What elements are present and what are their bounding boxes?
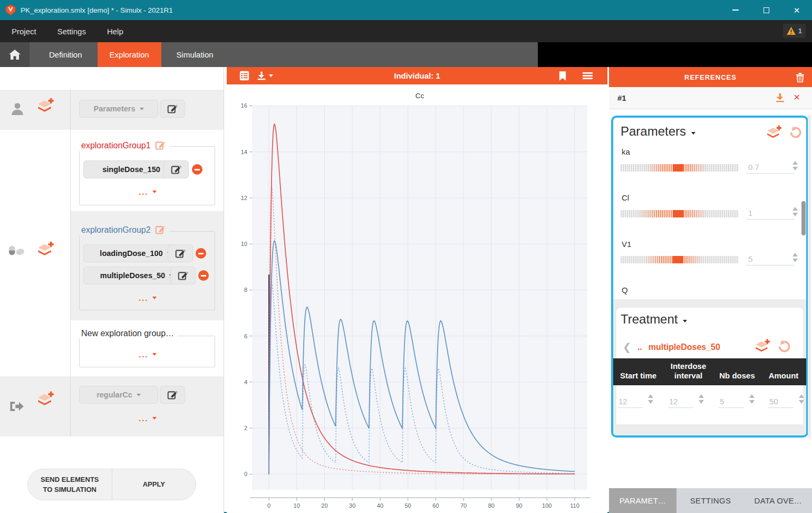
spinner-down-icon[interactable]: [792, 259, 798, 262]
param-value-v1[interactable]: 5: [746, 254, 795, 265]
spinner-up-icon[interactable]: [792, 161, 798, 165]
spinner-down-icon[interactable]: [792, 167, 798, 170]
spinner-up-icon[interactable]: [792, 207, 798, 211]
spinner-up-icon[interactable]: [749, 394, 755, 398]
trash-icon[interactable]: [796, 72, 805, 82]
remove-group2-dose2-button[interactable]: [198, 270, 209, 281]
minimize-button[interactable]: [720, 0, 751, 20]
references-panel: REFERENCES #1 ✕ Parameters ka 0.7 Cl 1: [609, 67, 812, 513]
start-time-input[interactable]: 12: [617, 396, 643, 408]
edit-group1-dose-button[interactable]: [163, 160, 189, 178]
new-group-header[interactable]: New exploration group…: [79, 329, 177, 338]
param-spinner-ka: [792, 161, 798, 170]
add-treatment-element-icon[interactable]: [755, 339, 771, 355]
tab-simulation[interactable]: Simulation: [165, 42, 226, 67]
chart-export-button[interactable]: [257, 67, 273, 84]
menu-settings[interactable]: Settings: [57, 27, 86, 36]
treatment-selector-row: ❮ .. multipleDoses_50: [623, 341, 720, 353]
rename-group1-icon[interactable]: [155, 140, 166, 151]
home-button[interactable]: [0, 42, 30, 67]
param-spinner-v1: [792, 253, 798, 262]
amount-input[interactable]: 50: [768, 396, 794, 408]
chevron-left-icon[interactable]: ❮: [623, 341, 631, 353]
tab-parameters[interactable]: PARAMET…: [609, 488, 676, 513]
group2-more-button[interactable]: ...: [139, 293, 157, 302]
param-slider-v1[interactable]: [621, 256, 739, 263]
output-more-button[interactable]: ...: [139, 414, 157, 423]
spinner-up-icon[interactable]: [792, 253, 798, 256]
param-value-ka[interactable]: 0.7: [746, 162, 795, 174]
send-elements-line1: SEND ELEMENTS: [41, 474, 99, 485]
spinner-down-icon[interactable]: [792, 213, 798, 216]
spinner-up-icon[interactable]: [648, 394, 653, 398]
chart-list-button[interactable]: [239, 67, 249, 84]
svg-text:8: 8: [244, 287, 247, 293]
edit-group2-dose2-button[interactable]: [170, 267, 196, 284]
parameters-section-header[interactable]: Parameters: [621, 124, 695, 139]
add-treatment-element-icon[interactable]: [37, 241, 55, 259]
col-amount: Amount: [761, 371, 806, 381]
slider-handle-ka[interactable]: [673, 164, 683, 172]
nb-doses-input[interactable]: 5: [719, 396, 744, 408]
spinner-up-icon[interactable]: [699, 394, 704, 398]
references-header: REFERENCES: [609, 67, 812, 87]
slider-handle-v1[interactable]: [673, 256, 683, 263]
svg-text:0: 0: [267, 502, 270, 509]
edit-group2-dose1-button[interactable]: [168, 244, 193, 262]
exploration-sidebar: Parameters explorationGroup1 singleDose_…: [0, 67, 224, 513]
spinner-down-icon[interactable]: [648, 400, 653, 404]
reset-parameters-icon[interactable]: [788, 126, 802, 139]
remove-group2-dose1-button[interactable]: [196, 248, 206, 259]
spinner-down-icon[interactable]: [799, 400, 804, 404]
tab-settings[interactable]: SETTINGS: [676, 488, 744, 513]
tab-definition[interactable]: Definition: [37, 42, 94, 67]
interdose-interval-input[interactable]: 12: [668, 396, 693, 408]
param-slider-ka[interactable]: [621, 164, 739, 172]
output-more-label: ...: [139, 414, 149, 423]
nav-filler: [538, 42, 812, 67]
spinner-down-icon[interactable]: [699, 400, 704, 404]
close-button[interactable]: ✕: [781, 0, 812, 20]
remove-group1-dose-button[interactable]: [192, 164, 202, 175]
treatment-section-header[interactable]: Treatment: [621, 312, 687, 327]
edit-parameters-button[interactable]: [160, 100, 185, 118]
tab-data-overview[interactable]: DATA OVE…: [745, 488, 812, 513]
chevron-down-icon: [152, 353, 157, 356]
svg-text:6: 6: [244, 333, 247, 339]
panel-scrollbar-track[interactable]: [808, 115, 811, 438]
warning-icon: [787, 27, 796, 35]
menu-project[interactable]: Project: [12, 27, 36, 36]
apply-button[interactable]: APPLY: [112, 469, 196, 500]
chart-menu-button[interactable]: [583, 67, 593, 84]
individual-icon: [11, 102, 24, 116]
chevron-down-icon: [269, 74, 273, 77]
add-parameters-element-icon[interactable]: [766, 125, 782, 141]
new-group-more-button[interactable]: ...: [139, 350, 157, 359]
maximize-button[interactable]: [751, 0, 781, 20]
group1-more-button[interactable]: ...: [139, 187, 157, 196]
tab-exploration[interactable]: Exploration: [98, 42, 161, 67]
slider-handle-cl[interactable]: [673, 210, 683, 217]
edit-output-button[interactable]: [160, 386, 185, 404]
spinner-down-icon[interactable]: [749, 400, 755, 404]
add-individual-element-icon[interactable]: [37, 98, 55, 115]
add-output-element-icon[interactable]: [37, 391, 55, 408]
treatment-table-scroll-track[interactable]: [613, 424, 806, 435]
param-slider-cl[interactable]: [621, 210, 739, 217]
group1-more-label: ...: [139, 187, 149, 196]
menu-help[interactable]: Help: [107, 27, 123, 36]
param-value-cl[interactable]: 1: [746, 208, 795, 220]
output-dropdown[interactable]: regularCc: [79, 386, 158, 404]
parameters-dropdown[interactable]: Parameters: [79, 100, 158, 118]
parameters-scrollbar-thumb[interactable]: [801, 201, 806, 235]
chart-bookmark-button[interactable]: [559, 67, 566, 84]
download-reference-icon[interactable]: [776, 93, 785, 102]
warnings-indicator[interactable]: 1: [783, 24, 806, 38]
reset-treatment-icon[interactable]: [777, 339, 791, 354]
send-elements-button[interactable]: SEND ELEMENTS TO SIMULATION: [28, 469, 112, 500]
spinner-up-icon[interactable]: [799, 394, 804, 398]
treatment-back-ellipsis[interactable]: ..: [637, 343, 642, 352]
remove-reference-icon[interactable]: ✕: [794, 92, 800, 102]
rename-group2-icon[interactable]: [155, 224, 166, 235]
param-label-ka: ka: [622, 147, 630, 156]
